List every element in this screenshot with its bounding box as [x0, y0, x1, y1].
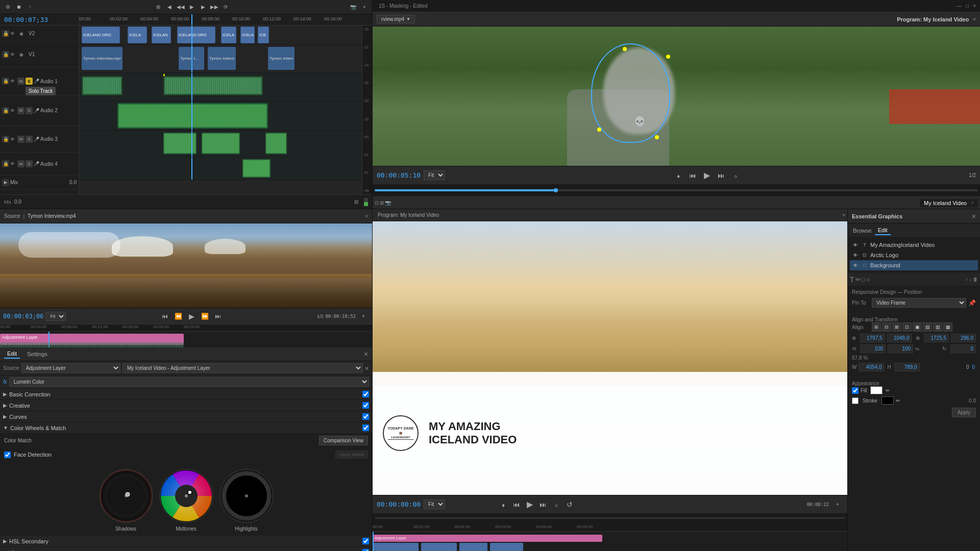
solo-a2[interactable]: S	[26, 107, 33, 114]
v1-clip-1[interactable]: Tymon Interview.mp4 [V]	[82, 47, 122, 70]
eg-move-up[interactable]: ↑	[966, 277, 968, 282]
creative-header[interactable]: ▶ Creative	[0, 400, 372, 411]
lumetri-edit-tab[interactable]: Edit	[4, 349, 20, 359]
lower-mark-out[interactable]: ⬦	[551, 499, 562, 510]
a1-clip-1[interactable]	[82, 76, 122, 95]
eg-move-down[interactable]: ↓	[969, 277, 972, 282]
cw-enabled[interactable]	[362, 424, 369, 431]
stroke-pencil-icon[interactable]: ✏	[896, 398, 900, 404]
v2-clip-6[interactable]: ICELA	[240, 27, 255, 43]
mask-point-tl[interactable]	[623, 47, 627, 51]
filter-button[interactable]: ⚙	[3, 3, 12, 12]
scale-pct2[interactable]: 100	[888, 344, 913, 353]
pos-y[interactable]: 1048,0	[887, 334, 912, 342]
hsl-enabled[interactable]	[362, 538, 369, 544]
fill-pencil-icon[interactable]: ✏	[886, 388, 890, 393]
transport-mark-in[interactable]: ⬧	[673, 170, 684, 181]
align-center-h[interactable]: ⊟	[882, 322, 891, 332]
v2-solo[interactable]: ◉	[19, 31, 28, 36]
w-val[interactable]: 4054,0	[859, 363, 884, 371]
solo-a1-button[interactable]: S	[26, 78, 33, 85]
src-fwd-button[interactable]: ⏭	[212, 311, 224, 322]
lower-mark-in[interactable]: ⬧	[498, 499, 509, 510]
timeline-ctrl-3[interactable]: ◀◀	[176, 3, 185, 12]
v2-clip-7[interactable]: ICE	[258, 27, 269, 43]
mask-tools-btn[interactable]: ⊡	[375, 200, 379, 206]
lower-monitor-menu[interactable]: ×	[842, 212, 845, 218]
eg-add-rect[interactable]: □	[862, 276, 865, 283]
basic-correction-header[interactable]: ▶ Basic Correction	[0, 389, 372, 400]
src-play-button[interactable]: ▶	[186, 311, 197, 322]
h-val[interactable]: 789,0	[894, 363, 920, 371]
pos-x[interactable]: 1797,5	[860, 334, 885, 342]
minimize-btn[interactable]: —	[954, 3, 964, 9]
lower-scrubber-track[interactable]	[375, 517, 845, 519]
eg-vis-1[interactable]: 👁	[852, 241, 859, 248]
apply-match-btn[interactable]: Apply Match	[335, 450, 368, 459]
a1-clip-2[interactable]	[163, 76, 263, 95]
distribute-v[interactable]: ▦	[943, 322, 952, 332]
a2-track[interactable]	[79, 101, 372, 131]
lock-a2[interactable]: 🔒	[2, 107, 9, 114]
v2-clip-1[interactable]: ICELAND DRO	[82, 27, 120, 43]
lower-prev[interactable]: ⏮	[511, 499, 522, 510]
source-menu[interactable]: ≡	[365, 213, 368, 219]
lower-next[interactable]: ⏭	[537, 499, 549, 510]
midtones-wheel[interactable]	[158, 468, 214, 524]
lock-a1[interactable]: 🔒	[2, 78, 9, 85]
eg-delete[interactable]: 🗑	[973, 277, 978, 282]
lumetri-close[interactable]: ×	[364, 350, 368, 358]
lower-fit-select[interactable]: Fit	[424, 499, 445, 509]
v1-clip-4[interactable]: Tymon Interview.mp4	[268, 47, 295, 70]
creative-enabled[interactable]	[362, 402, 369, 409]
eg-browse-tab[interactable]: Browse	[850, 227, 875, 235]
eg-apply-button[interactable]: Apply	[952, 408, 976, 417]
add-button[interactable]: +	[360, 3, 369, 12]
v1-eye[interactable]: 👁	[10, 52, 18, 57]
export-still-btn[interactable]: 📷	[385, 200, 391, 206]
rotation-val[interactable]: 0	[950, 344, 976, 353]
lower-v1-clip[interactable]	[373, 543, 419, 551]
a1-track[interactable]	[79, 73, 372, 101]
source-dropdown[interactable]: rview.mp4 ▼	[377, 15, 415, 23]
pos-x2[interactable]: 1725,5	[924, 334, 949, 342]
solo-a4[interactable]: S	[26, 160, 33, 167]
fit-select[interactable]: Fit	[424, 170, 445, 180]
align-bottom[interactable]: ▤	[923, 322, 932, 332]
eg-layer-logo[interactable]: 👁 ⊡ Arctic Logo	[850, 250, 978, 260]
tab-close-icon[interactable]: ×	[971, 200, 974, 206]
timeline-tracks-area[interactable]: ICELAND DRO ICELA ICELAN ICELAND DRO ICE…	[79, 26, 372, 194]
v2-clip-2[interactable]: ICELA	[128, 27, 147, 43]
lower-add-btn[interactable]: +	[832, 499, 843, 510]
lock-a4[interactable]: 🔒	[2, 160, 9, 167]
v2-clip-5[interactable]: ICELA	[221, 27, 236, 43]
v1-solo[interactable]: ◉	[19, 52, 28, 57]
align-right[interactable]: ⊠	[892, 322, 901, 332]
color-wheels-header[interactable]: ▼ Color Wheels & Match	[0, 422, 372, 434]
timeline-ctrl-2[interactable]: ◀	[165, 3, 174, 12]
mute-a1[interactable]: M	[17, 78, 24, 85]
monitor-scrubber[interactable]	[373, 184, 980, 196]
fill-checkbox[interactable]	[852, 387, 859, 394]
stroke-color-swatch[interactable]	[881, 396, 894, 405]
eg-layer-text[interactable]: 👁 T My AmazingIceland Video	[850, 240, 978, 250]
curves-enabled[interactable]	[362, 413, 369, 420]
lumetri-seq-select[interactable]: My Iceland Video - Adjustment Layer	[122, 363, 363, 373]
timeline-ctrl-6[interactable]: ▶▶	[210, 3, 219, 12]
transport-next-frame[interactable]: ⏭	[716, 170, 727, 181]
source-fit-select[interactable]: Fit	[45, 312, 66, 321]
a4-eye[interactable]: 👁	[10, 161, 16, 166]
eg-layer-bg[interactable]: 👁 □ Background	[850, 260, 978, 270]
shadows-wheel[interactable]	[98, 468, 154, 524]
lock-v2[interactable]: 🔒	[2, 30, 9, 37]
eg-vis-2[interactable]: 👁	[852, 252, 859, 259]
timeline-ctrl-7[interactable]: ⟳	[221, 3, 230, 12]
v2-track[interactable]: ICELAND DRO ICELA ICELAN ICELAND DRO ICE…	[79, 26, 372, 45]
eg-vis-3[interactable]: 👁	[852, 262, 859, 269]
a3-clip-3[interactable]	[265, 133, 287, 154]
tab-my-iceland-video[interactable]: My Iceland Video ×	[920, 199, 978, 207]
eg-edit-tab[interactable]: Edit	[875, 226, 891, 235]
camera-button[interactable]: 📷	[349, 3, 358, 12]
lower-v1-clip-2[interactable]	[421, 543, 457, 551]
mute-a4[interactable]: M	[17, 160, 24, 167]
